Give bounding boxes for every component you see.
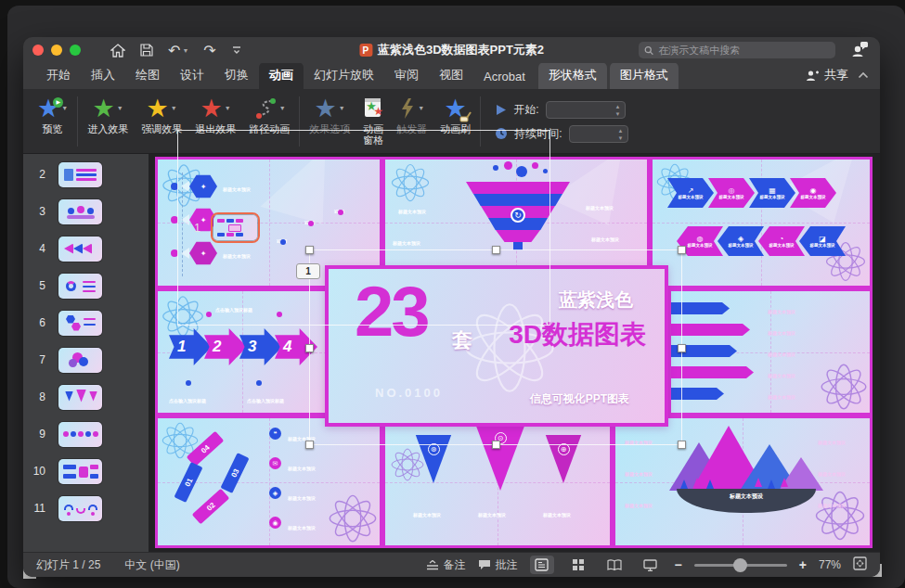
slideshow-icon <box>643 559 657 571</box>
play-badge-icon: ▶ <box>53 97 63 108</box>
search-input[interactable] <box>658 45 830 56</box>
duration-field[interactable]: ▲▼ <box>569 125 628 143</box>
bullet-icon-person: ◉ <box>269 517 281 529</box>
slide-number: 3 <box>23 205 53 218</box>
undo-button[interactable]: ↶ ▼ <box>168 42 188 59</box>
slideshow-view-button[interactable] <box>639 556 663 574</box>
flower-decor-icon <box>326 492 380 545</box>
step-03: 03 <box>221 453 250 493</box>
save-icon[interactable] <box>140 44 153 57</box>
selection-handle-w[interactable] <box>305 344 314 352</box>
flower-decor-icon <box>389 446 426 483</box>
island-label: 标题文本预设 <box>730 492 763 513</box>
share-button[interactable]: 共享 <box>806 67 848 83</box>
tab-review[interactable]: 审阅 <box>384 62 429 89</box>
trigger-caret-icon: ▼ <box>418 103 424 114</box>
slide-thumb-9[interactable]: 9 <box>23 415 149 453</box>
slide-thumb-7[interactable]: 7 <box>23 341 149 378</box>
search-icon <box>644 45 653 56</box>
start-stepper[interactable]: ▲▼ <box>615 103 621 118</box>
tab-insert[interactable]: 插入 <box>81 62 125 89</box>
slide-sorter-view-button[interactable] <box>566 556 590 574</box>
search-box[interactable] <box>639 42 835 58</box>
slide-number: 6 <box>23 316 53 329</box>
slide-number: 9 <box>23 428 53 441</box>
tab-picture-format[interactable]: 图片格式 <box>610 62 679 89</box>
tab-view[interactable]: 视图 <box>429 62 473 89</box>
animation-order-badge: 1 <box>296 263 320 279</box>
selection-handle-sw[interactable] <box>305 441 314 449</box>
normal-view-icon <box>535 558 549 571</box>
chevron-step: ◎标题文本预设 <box>708 178 755 208</box>
slide-thumb-6[interactable]: 6 <box>23 304 149 341</box>
slide-thumb-8[interactable]: 8 <box>23 378 149 415</box>
comments-button[interactable]: 批注 <box>478 557 518 573</box>
slide-thumb-5[interactable]: 5 <box>23 267 149 304</box>
mini-slide-chevrons: ↗标题文本预设 ◎标题文本预设 ▦标题文本预设 ◉标题文本预设 ◍标题文本预设 … <box>650 157 873 288</box>
tab-animations[interactable]: 动画 <box>259 62 304 89</box>
language-indicator[interactable]: 中文 (中国) <box>124 557 179 573</box>
selection-handle-nw[interactable] <box>305 246 314 254</box>
process-arrow-2: 2 <box>204 328 247 365</box>
zoom-slider-thumb[interactable] <box>733 558 747 572</box>
slide-thumb-4[interactable]: 4 <box>23 230 149 267</box>
bullet-icon-handshake: ◈ <box>269 487 281 499</box>
selection-handle-e[interactable] <box>678 344 686 352</box>
exit-caret-icon: ▼ <box>225 103 231 114</box>
account-presence-icon[interactable] <box>850 41 869 62</box>
slide-thumb-2[interactable]: 2 <box>23 156 149 193</box>
slide-thumb-10[interactable]: 10 <box>23 453 149 490</box>
tab-shape-format[interactable]: 形状格式 <box>538 62 607 89</box>
start-field[interactable]: ▲▼ <box>546 101 626 119</box>
tab-home[interactable]: 开始 <box>36 62 81 89</box>
start-label: 开始: <box>513 102 538 118</box>
normal-view-button[interactable] <box>530 556 554 574</box>
zoom-window-button[interactable] <box>70 45 81 56</box>
chevron-step: ◔标题文本预设 <box>758 226 805 256</box>
selection-handle-ne[interactable] <box>678 246 686 254</box>
emphasis-caret-icon: ▼ <box>171 103 177 114</box>
thumbnail-image <box>213 215 257 240</box>
entrance-effect-button[interactable]: ★▼ 进入效果 <box>81 92 135 151</box>
fit-to-window-button[interactable] <box>853 556 867 573</box>
notes-icon <box>426 560 439 570</box>
thumbnail-image <box>58 496 102 521</box>
titlebar: ↶ ▼ ↷ P 蓝紫浅色3D数据图表PPT元素2 <box>23 37 880 63</box>
island-base: 标题文本预设 <box>677 489 816 513</box>
tab-acrobat[interactable]: Acrobat <box>473 65 536 89</box>
slide-number: 7 <box>23 353 53 366</box>
redo-icon: ↷ <box>203 42 215 59</box>
zoom-slider[interactable] <box>694 564 787 567</box>
slide-thumb-3[interactable]: 3 <box>23 193 149 230</box>
minimize-window-button[interactable] <box>51 45 62 56</box>
zoom-percentage[interactable]: 77% <box>819 558 841 571</box>
document-title-text: 蓝紫浅色3D数据图表PPT元素2 <box>378 42 544 58</box>
selection-handle-s[interactable] <box>492 441 500 449</box>
zoom-out-button[interactable]: − <box>675 557 682 572</box>
tab-transitions[interactable]: 切换 <box>214 62 259 89</box>
notes-button[interactable]: 备注 <box>426 557 466 573</box>
home-icon[interactable] <box>110 44 125 58</box>
slide-thumb-11[interactable]: 11 <box>23 490 149 527</box>
entrance-label: 进入效果 <box>87 123 128 134</box>
thumbnail-image <box>58 422 102 447</box>
duration-stepper[interactable]: ▲▼ <box>618 127 624 142</box>
home-icon-svg <box>110 44 125 58</box>
tab-design[interactable]: 设计 <box>170 62 214 89</box>
zoom-in-button[interactable]: + <box>799 557 807 572</box>
selection-handle-n[interactable] <box>492 246 500 254</box>
emphasis-star-icon: ★ <box>147 96 169 121</box>
selection-handle-se[interactable] <box>678 441 686 449</box>
tab-slideshow[interactable]: 幻灯片放映 <box>304 62 384 89</box>
reading-view-button[interactable] <box>602 556 627 574</box>
redo-button[interactable]: ↷ <box>203 42 215 59</box>
close-window-button[interactable] <box>32 45 44 56</box>
tab-draw[interactable]: 绘图 <box>125 62 170 89</box>
mini-slide-arrow-bars: 标题文本预设 标题文本预设 标题文本预设 标题文本预设 标题文本预设 <box>668 288 873 415</box>
collapse-ribbon-icon[interactable] <box>858 71 869 79</box>
quick-access-options-button[interactable] <box>231 45 242 56</box>
person-chat-icon <box>850 41 869 58</box>
save-icon-svg <box>140 44 153 57</box>
slide-number: 4 <box>23 242 53 255</box>
preview-button[interactable]: ★▶ ▼ 预览 <box>31 92 74 151</box>
